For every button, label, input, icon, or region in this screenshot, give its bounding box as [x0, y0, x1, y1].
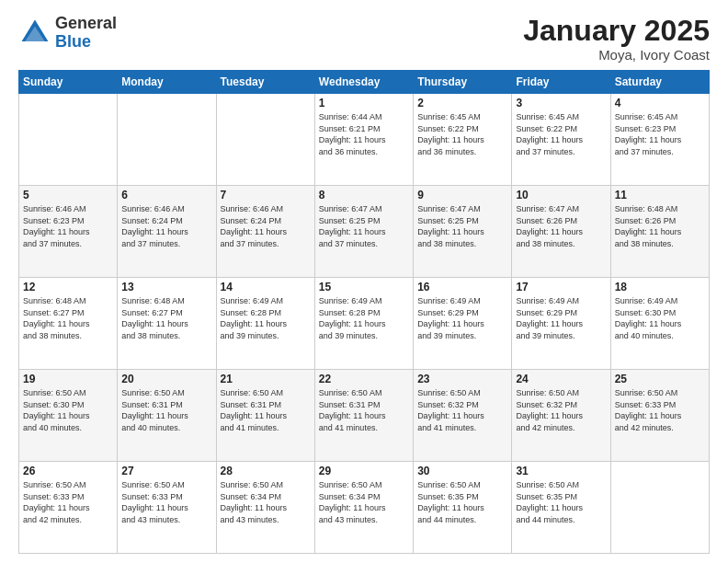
calendar-cell: 9Sunrise: 6:47 AM Sunset: 6:25 PM Daylig… — [414, 186, 512, 278]
day-info: Sunrise: 6:50 AM Sunset: 6:33 PM Dayligh… — [23, 479, 113, 525]
logo: General Blue — [18, 15, 117, 52]
day-info: Sunrise: 6:48 AM Sunset: 6:27 PM Dayligh… — [121, 295, 211, 341]
logo-icon — [18, 17, 51, 50]
day-info: Sunrise: 6:47 AM Sunset: 6:25 PM Dayligh… — [417, 203, 507, 249]
calendar-week-2: 5Sunrise: 6:46 AM Sunset: 6:23 PM Daylig… — [19, 186, 710, 278]
logo-text: General Blue — [55, 15, 117, 52]
calendar-cell: 4Sunrise: 6:45 AM Sunset: 6:23 PM Daylig… — [610, 94, 709, 186]
weekday-header-friday: Friday — [512, 71, 610, 94]
title-month: January 2025 — [523, 15, 710, 47]
day-info: Sunrise: 6:46 AM Sunset: 6:24 PM Dayligh… — [121, 203, 211, 249]
calendar-cell: 26Sunrise: 6:50 AM Sunset: 6:33 PM Dayli… — [19, 462, 118, 554]
day-info: Sunrise: 6:48 AM Sunset: 6:26 PM Dayligh… — [615, 203, 705, 249]
calendar-cell: 24Sunrise: 6:50 AM Sunset: 6:32 PM Dayli… — [512, 370, 610, 462]
logo-blue: Blue — [55, 33, 117, 52]
weekday-header-row: SundayMondayTuesdayWednesdayThursdayFrid… — [19, 71, 710, 94]
day-number: 20 — [121, 373, 211, 385]
weekday-header-wednesday: Wednesday — [314, 71, 413, 94]
calendar-cell: 5Sunrise: 6:46 AM Sunset: 6:23 PM Daylig… — [19, 186, 118, 278]
day-number: 21 — [221, 373, 311, 385]
day-number: 18 — [615, 281, 705, 293]
day-number: 2 — [417, 97, 507, 109]
day-info: Sunrise: 6:50 AM Sunset: 6:35 PM Dayligh… — [516, 479, 606, 525]
day-number: 13 — [121, 281, 211, 293]
day-number: 24 — [516, 373, 606, 385]
day-number: 30 — [417, 465, 507, 477]
day-info: Sunrise: 6:50 AM Sunset: 6:32 PM Dayligh… — [417, 387, 507, 433]
day-info: Sunrise: 6:50 AM Sunset: 6:33 PM Dayligh… — [121, 479, 211, 525]
calendar-cell: 25Sunrise: 6:50 AM Sunset: 6:33 PM Dayli… — [610, 370, 709, 462]
day-number: 14 — [221, 281, 311, 293]
calendar-cell: 2Sunrise: 6:45 AM Sunset: 6:22 PM Daylig… — [414, 94, 512, 186]
calendar-cell: 3Sunrise: 6:45 AM Sunset: 6:22 PM Daylig… — [512, 94, 610, 186]
calendar-table: SundayMondayTuesdayWednesdayThursdayFrid… — [18, 70, 710, 554]
calendar-cell: 1Sunrise: 6:44 AM Sunset: 6:21 PM Daylig… — [314, 94, 413, 186]
day-info: Sunrise: 6:50 AM Sunset: 6:32 PM Dayligh… — [516, 387, 606, 433]
day-info: Sunrise: 6:50 AM Sunset: 6:34 PM Dayligh… — [319, 479, 409, 525]
weekday-header-saturday: Saturday — [610, 71, 709, 94]
calendar-cell: 16Sunrise: 6:49 AM Sunset: 6:29 PM Dayli… — [414, 278, 512, 370]
day-number: 5 — [23, 189, 113, 201]
page: General Blue January 2025 Moya, Ivory Co… — [0, 0, 728, 563]
calendar-cell: 27Sunrise: 6:50 AM Sunset: 6:33 PM Dayli… — [118, 462, 216, 554]
weekday-header-sunday: Sunday — [19, 71, 118, 94]
calendar-cell: 31Sunrise: 6:50 AM Sunset: 6:35 PM Dayli… — [512, 462, 610, 554]
day-number: 6 — [121, 189, 211, 201]
weekday-header-thursday: Thursday — [414, 71, 512, 94]
calendar-cell: 12Sunrise: 6:48 AM Sunset: 6:27 PM Dayli… — [19, 278, 118, 370]
day-info: Sunrise: 6:50 AM Sunset: 6:33 PM Dayligh… — [615, 387, 705, 433]
day-info: Sunrise: 6:45 AM Sunset: 6:22 PM Dayligh… — [417, 111, 507, 157]
calendar-cell: 7Sunrise: 6:46 AM Sunset: 6:24 PM Daylig… — [216, 186, 314, 278]
calendar-week-5: 26Sunrise: 6:50 AM Sunset: 6:33 PM Dayli… — [19, 462, 710, 554]
day-info: Sunrise: 6:46 AM Sunset: 6:23 PM Dayligh… — [23, 203, 113, 249]
day-info: Sunrise: 6:47 AM Sunset: 6:26 PM Dayligh… — [516, 203, 606, 249]
calendar-cell: 20Sunrise: 6:50 AM Sunset: 6:31 PM Dayli… — [118, 370, 216, 462]
day-number: 11 — [615, 189, 705, 201]
day-info: Sunrise: 6:45 AM Sunset: 6:22 PM Dayligh… — [516, 111, 606, 157]
day-number: 12 — [23, 281, 113, 293]
calendar-cell: 29Sunrise: 6:50 AM Sunset: 6:34 PM Dayli… — [314, 462, 413, 554]
calendar-cell — [19, 94, 118, 186]
day-info: Sunrise: 6:49 AM Sunset: 6:28 PM Dayligh… — [221, 295, 311, 341]
weekday-header-tuesday: Tuesday — [216, 71, 314, 94]
day-number: 26 — [23, 465, 113, 477]
day-info: Sunrise: 6:49 AM Sunset: 6:30 PM Dayligh… — [615, 295, 705, 341]
calendar-cell: 30Sunrise: 6:50 AM Sunset: 6:35 PM Dayli… — [414, 462, 512, 554]
day-number: 31 — [516, 465, 606, 477]
day-info: Sunrise: 6:47 AM Sunset: 6:25 PM Dayligh… — [319, 203, 409, 249]
calendar-cell: 14Sunrise: 6:49 AM Sunset: 6:28 PM Dayli… — [216, 278, 314, 370]
calendar-cell: 23Sunrise: 6:50 AM Sunset: 6:32 PM Dayli… — [414, 370, 512, 462]
day-info: Sunrise: 6:49 AM Sunset: 6:29 PM Dayligh… — [417, 295, 507, 341]
calendar-week-1: 1Sunrise: 6:44 AM Sunset: 6:21 PM Daylig… — [19, 94, 710, 186]
day-number: 3 — [516, 97, 606, 109]
day-number: 1 — [319, 97, 409, 109]
weekday-header-monday: Monday — [118, 71, 216, 94]
header: General Blue January 2025 Moya, Ivory Co… — [18, 15, 710, 63]
calendar-cell: 18Sunrise: 6:49 AM Sunset: 6:30 PM Dayli… — [610, 278, 709, 370]
day-number: 8 — [319, 189, 409, 201]
day-info: Sunrise: 6:50 AM Sunset: 6:31 PM Dayligh… — [319, 387, 409, 433]
day-number: 15 — [319, 281, 409, 293]
day-info: Sunrise: 6:46 AM Sunset: 6:24 PM Dayligh… — [221, 203, 311, 249]
day-number: 16 — [417, 281, 507, 293]
calendar-cell: 13Sunrise: 6:48 AM Sunset: 6:27 PM Dayli… — [118, 278, 216, 370]
day-number: 17 — [516, 281, 606, 293]
title-block: January 2025 Moya, Ivory Coast — [523, 15, 710, 63]
day-number: 29 — [319, 465, 409, 477]
day-number: 22 — [319, 373, 409, 385]
day-number: 23 — [417, 373, 507, 385]
calendar-cell: 8Sunrise: 6:47 AM Sunset: 6:25 PM Daylig… — [314, 186, 413, 278]
calendar-cell: 6Sunrise: 6:46 AM Sunset: 6:24 PM Daylig… — [118, 186, 216, 278]
calendar-cell: 21Sunrise: 6:50 AM Sunset: 6:31 PM Dayli… — [216, 370, 314, 462]
day-info: Sunrise: 6:48 AM Sunset: 6:27 PM Dayligh… — [23, 295, 113, 341]
logo-general: General — [55, 15, 117, 33]
day-info: Sunrise: 6:50 AM Sunset: 6:30 PM Dayligh… — [23, 387, 113, 433]
calendar-cell: 17Sunrise: 6:49 AM Sunset: 6:29 PM Dayli… — [512, 278, 610, 370]
day-info: Sunrise: 6:50 AM Sunset: 6:35 PM Dayligh… — [417, 479, 507, 525]
calendar-cell: 22Sunrise: 6:50 AM Sunset: 6:31 PM Dayli… — [314, 370, 413, 462]
day-number: 28 — [221, 465, 311, 477]
calendar-cell — [118, 94, 216, 186]
day-number: 10 — [516, 189, 606, 201]
day-number: 27 — [121, 465, 211, 477]
calendar-week-4: 19Sunrise: 6:50 AM Sunset: 6:30 PM Dayli… — [19, 370, 710, 462]
